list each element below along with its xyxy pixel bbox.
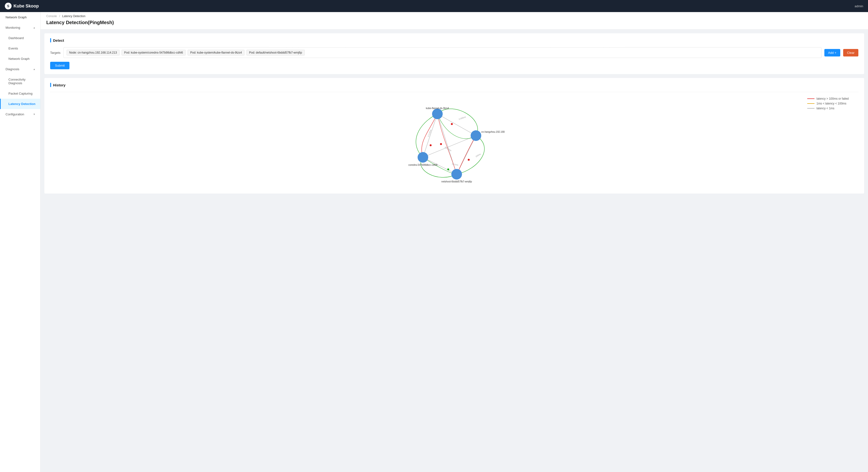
- node-label-flannel: kube-flannel-ds-9tzs4: [426, 107, 449, 110]
- targets-row: Targets Node: cn-hangzhou.192.168.114.21…: [50, 47, 858, 58]
- node-netshoot: [452, 169, 462, 180]
- logo: S Kube Skoop: [5, 3, 39, 9]
- edge-label-2: 0.113ms: [427, 129, 432, 137]
- sidebar-item-label: Dashboard: [8, 36, 24, 40]
- legend-label-red: latency > 100ms or failed: [816, 97, 849, 100]
- arc-green-1: [437, 109, 478, 136]
- sidebar-item-latency-detection[interactable]: Latency Detection: [0, 99, 40, 109]
- sidebar-item-events[interactable]: Events: [0, 43, 40, 54]
- content-area: Console / Latency Detection Latency Dete…: [40, 12, 868, 472]
- target-tag-2: Pod: kube-system/kube-flannel-ds-9tzs4: [188, 50, 245, 56]
- sidebar-item-configuration[interactable]: Configuration ▼: [0, 109, 40, 119]
- legend-label-orange: 1ms < latency < 100ms: [816, 102, 846, 105]
- red-dot-3: [440, 143, 442, 145]
- breadcrumb: Console / Latency Detection: [40, 12, 868, 18]
- node-label-coredns: coredns-547b98dbcc-cdhl6: [408, 164, 438, 166]
- detect-card: Detect Targets Node: cn-hangzhou.192.168…: [44, 33, 864, 74]
- target-tag-1: Pod: kube-system/coredns-547b98dbcc-cdhl…: [122, 50, 186, 56]
- add-button[interactable]: Add +: [824, 49, 840, 56]
- sidebar-item-label: Connectivity Diagnosis: [8, 78, 35, 85]
- green-dot-1: [447, 169, 449, 170]
- red-dot-1: [451, 123, 453, 125]
- page-title: Latency Detection(PingMesh): [40, 18, 868, 29]
- edge-label-1: 0.095ms: [459, 116, 466, 120]
- sidebar-item-dashboard[interactable]: Dashboard: [0, 33, 40, 43]
- target-tag-0: Node: cn-hangzhou.192.168.114.213: [66, 50, 120, 56]
- breadcrumb-separator: /: [59, 14, 60, 18]
- legend: latency > 100ms or failed 1ms < latency …: [807, 97, 849, 112]
- edge-label-4: 0.11ms: [452, 163, 458, 166]
- legend-line-gray: [807, 108, 814, 109]
- sidebar-item-label: Diagnosis: [5, 67, 19, 71]
- breadcrumb-console[interactable]: Console: [46, 14, 57, 18]
- sidebar-item-network-graph[interactable]: Network Graph: [0, 12, 40, 23]
- arc-green-4: [416, 114, 437, 157]
- admin-label: admin: [855, 4, 863, 8]
- sidebar-item-connectivity-diagnosis[interactable]: Connectivity Diagnosis: [0, 74, 40, 88]
- node-coredns: [417, 152, 428, 163]
- node-label-netshoot: netshoot-6bddd57fb7-wmj6p: [441, 180, 472, 183]
- sidebar-item-label: Network Graph: [5, 16, 27, 19]
- chevron-up-icon-2: ▲: [33, 68, 35, 70]
- red-dot-2: [430, 144, 432, 146]
- history-section-title: History: [50, 83, 858, 87]
- clear-button[interactable]: Clear: [843, 49, 858, 56]
- top-header: S Kube Skoop admin: [0, 0, 868, 12]
- main-layout: Network Graph Monitoring ▲ Dashboard Eve…: [0, 12, 868, 472]
- logo-icon: S: [5, 3, 11, 9]
- sidebar-item-label: Monitoring: [5, 26, 20, 29]
- node-label-cn: cn-hangzhou.192.168.114.213: [481, 130, 505, 133]
- network-graph-svg: 0.095ms 0.113ms 0.115ms 0.11ms 100ms: [404, 95, 505, 186]
- submit-button[interactable]: Submit: [50, 62, 69, 69]
- chevron-down-icon: ▼: [33, 113, 35, 116]
- detect-section-title: Detect: [50, 38, 858, 42]
- legend-item-orange: 1ms < latency < 100ms: [807, 102, 849, 105]
- legend-line-orange: [807, 103, 814, 104]
- node-flannel: [432, 109, 443, 119]
- node-cn: [471, 130, 481, 141]
- sidebar: Network Graph Monitoring ▲ Dashboard Eve…: [0, 12, 40, 472]
- sidebar-item-diagnosis[interactable]: Diagnosis ▲: [0, 64, 40, 74]
- targets-box: Node: cn-hangzhou.192.168.114.213 Pod: k…: [63, 47, 822, 58]
- target-tag-3: Pod: default/netshoot-6bddd57fb7-wmj6p: [246, 50, 305, 56]
- edge-cn-coredns: [423, 136, 476, 157]
- legend-item-gray: latency < 1ms: [807, 107, 849, 110]
- sidebar-item-network-graph-sub[interactable]: Network Graph: [0, 54, 40, 64]
- legend-label-gray: latency < 1ms: [816, 107, 834, 110]
- sidebar-item-label: Events: [8, 47, 18, 50]
- sidebar-item-label: Configuration: [5, 113, 24, 116]
- graph-container: latency > 100ms or failed 1ms < latency …: [50, 92, 858, 189]
- sidebar-item-label: Network Graph: [8, 57, 29, 61]
- breadcrumb-current: Latency Detection: [62, 14, 85, 18]
- targets-label: Targets: [50, 51, 61, 55]
- edge-flannel-coredns: [423, 114, 437, 157]
- edge-label-5: 100ms: [475, 153, 481, 158]
- sidebar-item-monitoring[interactable]: Monitoring ▲: [0, 23, 40, 33]
- logo-text: Kube Skoop: [13, 4, 39, 9]
- history-card: History latency > 100ms or failed 1ms < …: [44, 78, 864, 194]
- legend-line-red: [807, 98, 814, 99]
- sidebar-item-label: Packet Capturing: [8, 92, 33, 95]
- arc-green-5: [437, 114, 476, 139]
- legend-item-red: latency > 100ms or failed: [807, 97, 849, 100]
- red-dot-4: [468, 159, 470, 161]
- sidebar-item-label: Latency Detection: [8, 102, 35, 106]
- sidebar-item-packet-capturing[interactable]: Packet Capturing: [0, 88, 40, 99]
- chevron-up-icon: ▲: [33, 26, 35, 29]
